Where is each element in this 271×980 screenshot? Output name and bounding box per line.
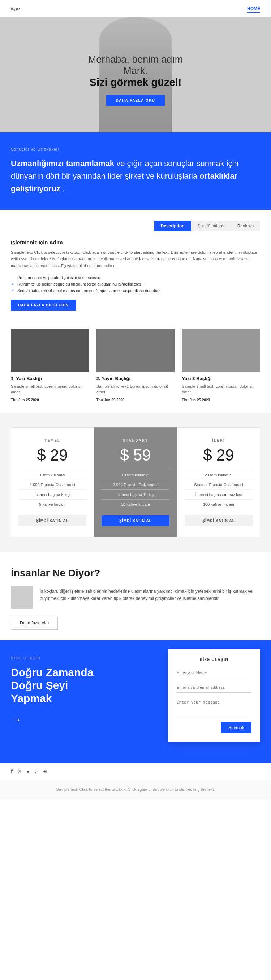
posts-grid: 1. Yazı Başlığı Sample small text. Lorem… <box>11 329 260 402</box>
pinterest-icon[interactable]: 𝓟 <box>35 768 38 775</box>
post-card-3: Yazı 3 Başlığı Sample small text. Lorem … <box>182 329 260 402</box>
contact-arrow-icon[interactable]: → <box>11 714 22 725</box>
post-card-1: 1. Yazı Başlığı Sample small text. Lorem… <box>11 329 89 402</box>
testimonial-heading: İnsanlar Ne Diyor? <box>11 568 260 579</box>
form-email-input[interactable] <box>177 682 252 693</box>
facebook-icon[interactable]: f <box>11 768 13 774</box>
footer: Sample text. Click to select the text bo… <box>0 780 271 800</box>
checklist-item-1: Pretium quam vulputate dignissim suspend… <box>11 274 260 281</box>
feature-3-4: 100 kahve fincanı <box>185 499 253 509</box>
tab-checklist: Pretium quam vulputate dignissim suspend… <box>11 274 260 294</box>
tab-more-button[interactable]: DAHA FAZLA BİLGİ EDİN <box>11 300 76 311</box>
feature-3-1: 20 tam kullanıcı <box>185 470 253 480</box>
feature-3-2: Sınırsız E-posta Önizlemesi <box>185 480 253 490</box>
plan-features-1: 1 tam kullanıcı 1.000 E-posta Önizlemesi… <box>18 470 86 509</box>
pricing-card-standard: STANDART $ 59 10 tam kullanıcı 2.000 E-p… <box>94 427 177 537</box>
tab-content-title: İşletmeniz İçin Adım <box>11 239 260 245</box>
hero-content: Merhaba, benim adım Mark. Sizi görmek gü… <box>88 54 183 106</box>
feature-2-2: 2.000 E-posta Önizlemesi <box>102 480 169 490</box>
instagram-icon[interactable]: ● <box>27 768 30 774</box>
post-text-2: Sample small text. Lorem ipsum dolor sit… <box>96 383 175 395</box>
feature-2-4: 10 kahve fincanı <box>102 499 169 509</box>
pricing-card-advanced: İLERİ $ 29 20 tam kullanıcı Sınırsız E-p… <box>177 427 260 537</box>
pricing-grid: TEMEL $ 29 1 tam kullanıcı 1.000 E-posta… <box>11 427 260 537</box>
tab-content-description: İşletmeniz İçin Adım Sample text. Click … <box>11 239 260 311</box>
plan-price-3: $ 29 <box>185 446 253 464</box>
feature-2-1: 10 tam kullanıcı <box>102 470 169 480</box>
post-text-3: Sample small text. Lorem ipsum dolor sit… <box>182 383 260 395</box>
post-image-1 <box>11 329 89 372</box>
posts-section: 1. Yazı Başlığı Sample small text. Lorem… <box>0 318 271 413</box>
post-card-2: 2. Yayın Başlığı Sample small text. Lore… <box>96 329 175 402</box>
tab-description[interactable]: Description <box>154 221 191 231</box>
social-bar: f 𝕏 ● 𝓟 ⊕ <box>0 763 271 780</box>
checklist-item-3: ✓ Sed vulputate mi sit amet mauris commo… <box>11 287 260 294</box>
feature-2-3: İstemci başına 10 kişi <box>102 490 169 499</box>
nav-home[interactable]: HOME <box>247 6 260 13</box>
hero-line3: Sizi görmek güzel! <box>88 76 183 88</box>
feature-1-3: İstemci başına 5 kişi <box>18 490 86 499</box>
plan-features-3: 20 tam kullanıcı Sınırsız E-posta Önizle… <box>185 470 253 509</box>
feature-3-3: İstemci başına sınırsız kişi <box>185 490 253 499</box>
post-date-3: Thu Jun 25 2020 <box>182 398 260 402</box>
testimonial-avatar <box>11 586 33 609</box>
hero-cta-button[interactable]: DAHA FAZLA OKU <box>106 95 164 106</box>
buy-button-1[interactable]: ŞİMDİ SATIN AL <box>18 515 86 526</box>
form-message-input[interactable] <box>177 697 252 717</box>
contact-form-box: BİZE ULAŞIN Sunmak <box>168 649 260 742</box>
tabs-bar: Description Specifications Reviews <box>11 221 260 231</box>
testimonial-content: İş koçları, diğer işletme sahiplerinin h… <box>11 586 260 609</box>
feature-1-2: 1.000 E-posta Önizlemesi <box>18 480 86 490</box>
tab-specifications[interactable]: Specifications <box>191 221 231 231</box>
testimonial-more-button[interactable]: Daha fazla oku <box>11 617 58 630</box>
partners-section: Sonuçlar ve Ortaklıklar Uzmanlığımızı ta… <box>0 132 271 210</box>
pricing-card-basic: TEMEL $ 29 1 tam kullanıcı 1.000 E-posta… <box>11 427 94 537</box>
plan-features-2: 10 tam kullanıcı 2.000 E-posta Önizlemes… <box>102 470 169 509</box>
contact-section: BİZE ULAŞIN Doğru Zamanda Doğru Şeyi Yap… <box>0 640 271 763</box>
buy-button-3[interactable]: ŞİMDİ SATIN AL <box>185 515 253 526</box>
hero-section: Merhaba, benim adım Mark. Sizi görmek gü… <box>0 17 271 132</box>
plan-price-2: $ 59 <box>102 446 169 464</box>
testimonial-text: İş koçları, diğer işletme sahiplerinin h… <box>40 586 260 603</box>
partners-text: Uzmanlığımızı tamamlamak ve çığır açan s… <box>11 157 260 195</box>
plan-name-1: TEMEL <box>18 439 86 442</box>
pricing-section: TEMEL $ 29 1 tam kullanıcı 1.000 E-posta… <box>0 413 271 552</box>
plan-name-2: STANDART <box>102 439 169 442</box>
post-title-3: Yazı 3 Başlığı <box>182 376 260 381</box>
tab-reviews[interactable]: Reviews <box>231 221 260 231</box>
footer-text: Sample text. Click to select the text bo… <box>11 786 260 793</box>
form-title: BİZE ULAŞIN <box>177 658 252 662</box>
plan-price-1: $ 29 <box>18 446 86 464</box>
twitter-icon[interactable]: 𝕏 <box>18 768 22 774</box>
hero-line1: Merhaba, benim adım Mark. <box>88 54 183 76</box>
checklist-item-2: ✓ Rutrum tellus pellentesque eu tincidun… <box>11 281 260 287</box>
feature-1-4: 5 kahve fincanı <box>18 499 86 509</box>
dribbble-icon[interactable]: ⊕ <box>43 768 47 774</box>
post-date-2: Thu Jun 25 2020 <box>96 398 175 402</box>
post-image-2 <box>96 329 175 372</box>
post-image-3 <box>182 329 260 372</box>
nav-links: HOME <box>241 5 260 11</box>
post-title-1: 1. Yazı Başlığı <box>11 376 89 381</box>
tabs-section: Description Specifications Reviews İşlet… <box>0 210 271 318</box>
feature-1-1: 1 tam kullanıcı <box>18 470 86 480</box>
partners-label: Sonuçlar ve Ortaklıklar <box>11 147 260 151</box>
buy-button-2[interactable]: ŞİMDİ SATIN AL <box>102 515 169 526</box>
navbar: logo HOME <box>0 0 271 17</box>
form-submit-button[interactable]: Sunmak <box>221 722 252 733</box>
form-name-input[interactable] <box>177 667 252 678</box>
post-text-1: Sample small text. Lorem ipsum dolor sit… <box>11 383 89 395</box>
testimonial-section: İnsanlar Ne Diyor? İş koçları, diğer işl… <box>0 552 271 640</box>
post-title-2: 2. Yayın Başlığı <box>96 376 175 381</box>
post-date-1: Thu Jun 25 2020 <box>11 398 89 402</box>
tab-content-desc: Sample text. Click to select the text bo… <box>11 249 260 269</box>
plan-name-3: İLERİ <box>185 439 253 442</box>
logo: logo <box>11 6 20 11</box>
